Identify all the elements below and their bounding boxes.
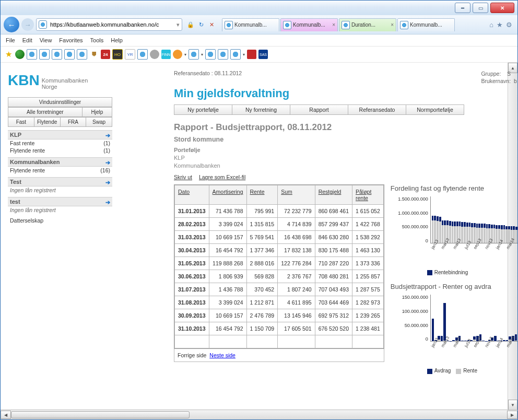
fav-circle-icon[interactable]	[150, 50, 159, 59]
horizontal-scrollbar[interactable]: ◀ ▶	[1, 410, 517, 419]
cell: 16 438 698	[278, 231, 315, 244]
fav-finn-icon[interactable]: FINN	[161, 50, 171, 59]
favorites-icon[interactable]: ★	[497, 21, 503, 29]
report-org: Stord kommune	[174, 136, 517, 143]
cell: 1 255 857	[352, 270, 384, 283]
cell: 31.07.2013	[175, 283, 209, 296]
sidebar-section[interactable]: KLP➔	[8, 130, 112, 139]
fav-shield-icon[interactable]: ⛊	[89, 50, 99, 59]
fav-ie-icon[interactable]	[39, 49, 50, 60]
menu-tools[interactable]: Tools	[90, 37, 104, 43]
menu-edit[interactable]: Edit	[22, 37, 32, 43]
fav-ie-icon[interactable]	[77, 49, 87, 60]
nav-back-button[interactable]: ←	[4, 17, 19, 32]
sidebar-section[interactable]: Test➔	[8, 177, 112, 186]
col-header[interactable]: Amortisering	[209, 185, 246, 205]
cell: 30.06.2013	[175, 270, 209, 283]
sidebar-item[interactable]: Fast rente(1)	[8, 139, 112, 147]
arrow-right-icon: ➔	[105, 199, 110, 206]
cell: 17 605 501	[278, 322, 315, 335]
url-input[interactable]	[49, 21, 176, 28]
col-header[interactable]: Sum	[278, 185, 315, 205]
refresh-icon[interactable]: ↻	[197, 20, 205, 29]
close-icon[interactable]: ×	[332, 22, 335, 28]
pager-next[interactable]: Neste side	[209, 352, 236, 358]
btn-vindusinnstillinger[interactable]: Vindusinnstillinger	[8, 97, 112, 107]
fav-star-icon[interactable]: ★	[4, 50, 13, 59]
fav-orange-icon[interactable]	[173, 50, 182, 59]
cell: 707 043 493	[315, 283, 352, 296]
fav-red-icon[interactable]	[247, 50, 256, 59]
tab-swap[interactable]: Swap	[86, 117, 112, 127]
fav-ie-icon[interactable]	[218, 49, 228, 60]
fav-globe-icon[interactable]	[15, 50, 25, 59]
menu-view[interactable]: View	[40, 37, 52, 43]
cell: 122 776 284	[278, 257, 315, 270]
tm-referansedato[interactable]: Referansedato	[348, 104, 406, 115]
tab-label: Duration...	[351, 22, 375, 28]
pf-label: Portefølje	[174, 147, 201, 153]
close-icon[interactable]: ×	[391, 22, 394, 28]
link-print[interactable]: Skriv ut	[174, 174, 192, 180]
link-excel[interactable]: Lagre som Excel-fil	[199, 174, 245, 180]
tab-fast[interactable]: Fast	[8, 117, 34, 127]
titlebar: ━ ▭ ✕	[1, 1, 517, 15]
sidebar-footer[interactable]: Datterselskap	[8, 217, 112, 224]
tab-3[interactable]: Duration...×	[339, 18, 396, 31]
col-header[interactable]: Rente	[246, 185, 278, 205]
fav-ie-icon[interactable]	[27, 49, 37, 60]
cell: 830 175 488	[315, 244, 352, 257]
fav-ie-icon[interactable]	[189, 49, 199, 60]
window-max-button[interactable]: ▭	[473, 3, 488, 13]
nav-forward-button[interactable]: →	[21, 18, 34, 31]
fav-ie-icon[interactable]	[230, 49, 241, 60]
fav-ho-icon[interactable]: HO	[112, 49, 123, 60]
fav-24-icon[interactable]: 24	[101, 50, 110, 59]
fav-sas-icon[interactable]: SAS	[258, 50, 268, 59]
fav-ie-icon[interactable]	[205, 49, 216, 60]
tab-1[interactable]: Kommunalb...	[222, 18, 279, 31]
tab-flytende[interactable]: Flytende	[34, 117, 61, 127]
col-header[interactable]: Dato	[175, 185, 209, 205]
menu-help[interactable]: Help	[111, 37, 123, 43]
btn-hjelp[interactable]: Hjelp	[83, 107, 112, 117]
sidebar-item[interactable]: Ingen lån registrert	[8, 186, 112, 194]
tab-2[interactable]: Kommunalb...×	[280, 18, 338, 31]
fav-ie-icon[interactable]	[137, 49, 148, 60]
scroll-right-arrow[interactable]: ▶	[507, 411, 517, 419]
stop-icon[interactable]: ✕	[207, 20, 216, 29]
tm-ny-portefolje[interactable]: Ny portefølje	[174, 104, 232, 115]
fav-ie-icon[interactable]	[52, 49, 62, 60]
pager-prev: Forrige side	[178, 352, 206, 358]
address-bar[interactable]: ▾	[36, 18, 182, 31]
tm-rapport[interactable]: Rapport	[290, 104, 348, 115]
cell: 71 436 788	[209, 205, 246, 218]
tm-normportefolje[interactable]: Normportefølje	[406, 104, 464, 115]
btn-alle-forretninger[interactable]: Alle forretninger	[8, 107, 83, 117]
scroll-thumb[interactable]	[11, 411, 190, 418]
sidebar-section[interactable]: Kommunalbanken➔	[8, 157, 112, 167]
menu-file[interactable]: File	[6, 37, 15, 43]
col-header[interactable]: Påløpt rente	[352, 185, 384, 205]
scroll-left-arrow[interactable]: ◀	[1, 411, 11, 419]
fav-ie-icon[interactable]	[64, 49, 75, 60]
sidebar-item[interactable]: Ingen lån registrert	[8, 206, 112, 214]
gear-icon[interactable]: ⚙	[506, 21, 512, 29]
home-icon[interactable]: ⌂	[489, 21, 493, 29]
window-close-button[interactable]: ✕	[490, 3, 514, 13]
cell: 708 480 281	[315, 270, 352, 283]
sidebar-section[interactable]: test➔	[8, 197, 112, 206]
fav-yr-icon[interactable]: YR	[125, 49, 135, 60]
menu-favorites[interactable]: Favorites	[59, 37, 83, 43]
sidebar-item[interactable]: Flytende rente(1)	[8, 147, 112, 154]
window-min-button[interactable]: ━	[455, 3, 470, 13]
tab-4[interactable]: Kommunalb...	[397, 18, 455, 31]
tm-ny-forretning[interactable]: Ny forretning	[232, 104, 290, 115]
sidebar-item[interactable]: Flytende rente(16)	[8, 167, 112, 174]
tab-fra[interactable]: FRA	[61, 117, 87, 127]
cell: 31.05.2013	[175, 257, 209, 270]
ie-icon	[39, 20, 47, 29]
tab-label: Kommunalb...	[293, 22, 325, 28]
col-header[interactable]: Restgjeld	[315, 185, 352, 205]
cell: 1 315 815	[246, 218, 278, 231]
